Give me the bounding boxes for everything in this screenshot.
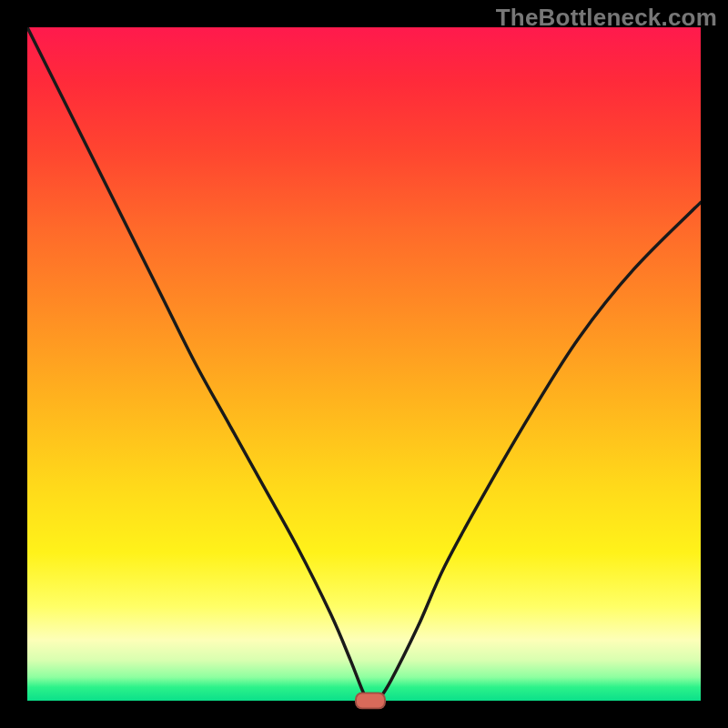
plot-area (27, 27, 701, 701)
bottleneck-curve (27, 27, 701, 701)
curve-path (27, 27, 701, 701)
optimal-point-marker (355, 693, 386, 710)
chart-stage: TheBottleneck.com (0, 0, 728, 728)
